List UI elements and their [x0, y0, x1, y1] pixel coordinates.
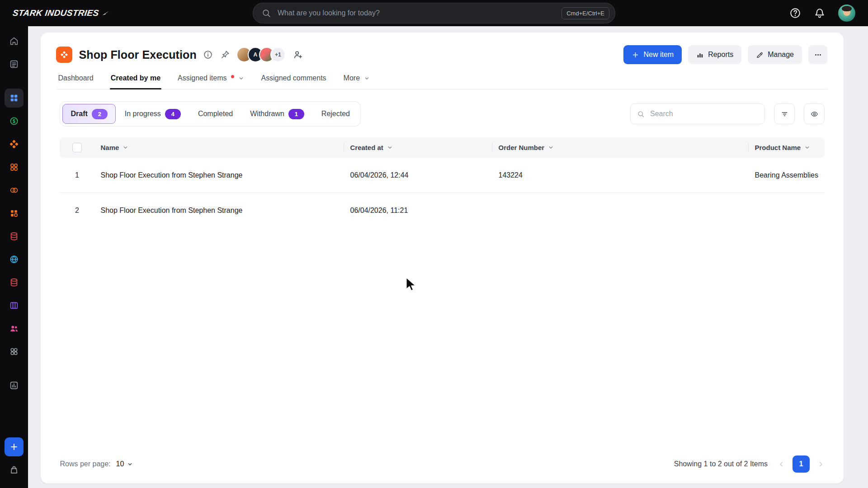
main-area: Shop Floor Execution A +1 [28, 26, 868, 488]
next-page-button[interactable] [817, 460, 825, 468]
ellipsis-icon [814, 51, 822, 59]
tab-more[interactable]: More [343, 74, 371, 89]
column-header-created-at[interactable]: Created at [344, 137, 492, 158]
chevron-left-icon [778, 460, 785, 468]
cell-created-at: 06/04/2026, 11:21 [344, 206, 492, 215]
avatar-overflow-badge[interactable]: +1 [270, 47, 286, 62]
add-button[interactable] [5, 437, 24, 456]
finance-dollar-icon[interactable]: $ [5, 112, 24, 131]
modules-orange-3-icon[interactable] [5, 204, 24, 223]
bell-icon[interactable] [814, 7, 826, 19]
tab-label: Dashboard [58, 74, 93, 82]
reports-button[interactable]: Reports [688, 45, 741, 64]
cell-name: Shop Floor Execution from Stephen Strang… [94, 206, 344, 215]
filter-button[interactable] [774, 103, 795, 124]
rows-per-page-select[interactable]: 10 [116, 460, 133, 468]
add-member-icon[interactable] [293, 50, 303, 60]
user-avatar[interactable] [838, 5, 855, 22]
tab-dashboard[interactable]: Dashboard [57, 74, 94, 89]
tab-assigned-items[interactable]: Assigned items [177, 74, 245, 89]
tab-label: More [344, 74, 360, 82]
eye-icon [811, 110, 818, 118]
rows-per-page-label: Rows per page: [60, 460, 110, 468]
status-pill-draft[interactable]: Draft 2 [62, 104, 115, 124]
status-label: Rejected [321, 110, 350, 118]
status-count-badge: 1 [288, 109, 304, 119]
status-filter-group: Draft 2 In progress 4 Completed Withdraw… [60, 101, 361, 127]
topbar-right [789, 5, 855, 22]
info-icon[interactable] [203, 50, 213, 60]
status-pill-in-progress[interactable]: In progress 4 [117, 104, 189, 124]
tab-created-by-me[interactable]: Created by me [110, 74, 161, 89]
bar-chart-icon [696, 51, 704, 59]
sidebar: $ [0, 26, 28, 488]
cell-order-number: 143224 [492, 171, 748, 179]
app-icon [56, 47, 72, 63]
topbar: STARK INDUSTRIES Cmd+E/Ctrl+E [0, 0, 868, 26]
column-header-product-name[interactable]: Product Name [748, 137, 825, 158]
globe-icon[interactable] [5, 250, 24, 269]
row-index: 1 [60, 171, 94, 179]
status-pill-rejected[interactable]: Rejected [313, 104, 358, 124]
view-columns-button[interactable] [804, 103, 825, 124]
status-label: Draft [71, 110, 87, 118]
apps-icon[interactable] [5, 89, 24, 108]
pager: 1 [778, 455, 825, 473]
select-all-checkbox[interactable] [72, 143, 82, 152]
database-red-icon[interactable] [5, 227, 24, 246]
card-header: Shop Floor Execution A +1 [41, 33, 844, 89]
more-actions-button[interactable] [808, 45, 827, 64]
global-search-input[interactable] [277, 9, 556, 18]
column-header-order-number[interactable]: Order Number [492, 137, 748, 158]
header-checkbox-cell [60, 143, 94, 152]
modules-orange-icon[interactable] [5, 135, 24, 154]
items-table: Name Created at Order Number Produc [60, 137, 825, 228]
list-search-input[interactable] [649, 109, 758, 118]
pin-icon[interactable] [220, 50, 230, 60]
search-icon [637, 110, 645, 118]
circles-grid-icon[interactable] [5, 342, 24, 361]
manage-label: Manage [768, 51, 794, 59]
chevron-down-icon [387, 145, 393, 150]
table-row[interactable]: 1 Shop Floor Execution from Stephen Stra… [60, 158, 825, 193]
list-controls [630, 103, 825, 124]
database-red-2-icon[interactable] [5, 273, 24, 292]
manage-button[interactable]: Manage [748, 45, 802, 64]
form-icon[interactable] [5, 55, 24, 74]
plus-icon [9, 442, 19, 452]
home-icon[interactable] [5, 32, 24, 51]
tab-assigned-comments[interactable]: Assigned comments [260, 74, 327, 89]
filter-icon [781, 110, 788, 118]
status-pill-withdrawn[interactable]: Withdrawn 1 [242, 104, 312, 124]
column-header-name[interactable]: Name [94, 137, 344, 158]
status-pill-completed[interactable]: Completed [190, 104, 241, 124]
new-item-button[interactable]: New item [623, 45, 682, 64]
chevron-down-icon [127, 461, 133, 467]
rows-per-page-value: 10 [116, 460, 124, 468]
chevron-down-icon [548, 145, 554, 150]
chevron-down-icon [238, 75, 244, 81]
modules-orange-2-icon[interactable] [5, 158, 24, 177]
link-icon[interactable] [5, 181, 24, 200]
page-title: Shop Floor Execution [79, 48, 196, 61]
columns-purple-icon[interactable] [5, 296, 24, 315]
page-1-button[interactable]: 1 [793, 455, 810, 473]
status-label: In progress [125, 110, 161, 118]
chevron-down-icon [804, 145, 810, 150]
team-pink-icon[interactable] [5, 319, 24, 338]
search-icon [261, 8, 271, 18]
page-number: 1 [799, 460, 803, 468]
column-label: Product Name [755, 144, 801, 151]
chevron-down-icon [123, 145, 128, 150]
table-row[interactable]: 2 Shop Floor Execution from Stephen Stra… [60, 193, 825, 228]
column-label: Name [100, 144, 119, 151]
brand-swoosh-icon [102, 9, 109, 17]
store-icon[interactable] [5, 460, 24, 479]
new-item-label: New item [643, 51, 674, 59]
tab-label: Created by me [111, 74, 160, 82]
analytics-icon[interactable] [5, 376, 24, 395]
search-shortcut-hint: Cmd+E/Ctrl+E [561, 7, 609, 19]
title-actions: New item Reports Manage [623, 45, 827, 64]
help-icon[interactable] [789, 7, 801, 19]
prev-page-button[interactable] [778, 460, 785, 468]
